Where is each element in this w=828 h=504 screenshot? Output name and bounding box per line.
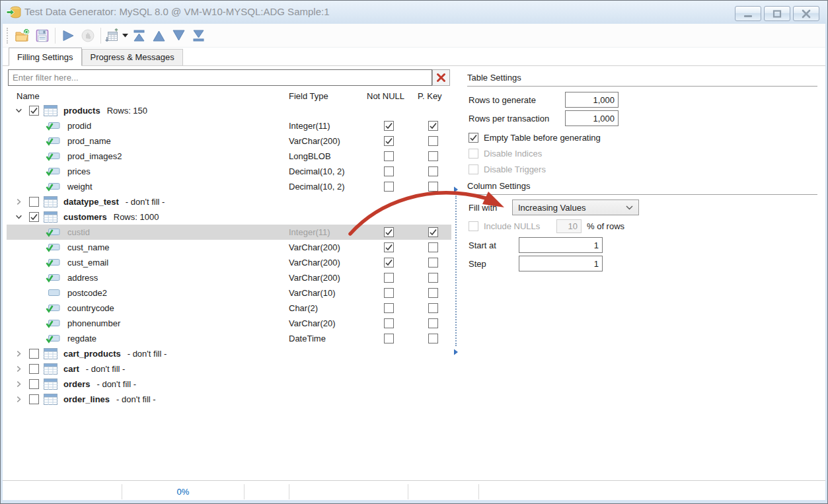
minimize-icon: [743, 9, 753, 18]
tables-panel: Name Field Type Not NULL P. Key products…: [7, 66, 451, 476]
tree-table-row-customers[interactable]: customersRows: 1000: [7, 209, 451, 225]
move-up-button[interactable]: [149, 26, 169, 45]
minimize-button[interactable]: [735, 6, 761, 21]
not-null-checkbox[interactable]: [384, 303, 394, 313]
table-fill-checkbox[interactable]: [29, 379, 39, 389]
p-key-checkbox[interactable]: [428, 136, 438, 146]
not-null-checkbox[interactable]: [384, 121, 394, 131]
tree-table-row-orders[interactable]: orders- don't fill -: [7, 377, 451, 392]
tree-column-row-address[interactable]: addressVarChar(200): [7, 270, 451, 285]
tree-table-row-products[interactable]: productsRows: 150: [7, 103, 451, 118]
not-null-checkbox[interactable]: [384, 242, 394, 252]
expand-icon[interactable]: [15, 350, 22, 357]
maximize-button[interactable]: [764, 6, 790, 21]
rows-per-transaction-input[interactable]: [565, 110, 619, 126]
stop-button[interactable]: [78, 26, 98, 45]
table-note: Rows: 1000: [114, 212, 159, 222]
p-key-checkbox[interactable]: [428, 151, 438, 161]
tree-column-row-phonenumber[interactable]: phonenumberVarChar(20): [7, 316, 451, 331]
table-fill-checkbox[interactable]: [29, 197, 39, 207]
tree-column-row-weight[interactable]: weightDecimal(10, 2): [7, 179, 451, 194]
tree-table-row-cart_products[interactable]: cart_products- don't fill -: [7, 346, 451, 361]
expand-icon[interactable]: [15, 365, 22, 373]
p-key-checkbox[interactable]: [428, 227, 438, 237]
close-button[interactable]: [793, 6, 819, 21]
not-null-checkbox[interactable]: [384, 166, 394, 176]
save-button[interactable]: [32, 26, 52, 45]
not-null-checkbox[interactable]: [384, 334, 394, 343]
p-key-checkbox[interactable]: [428, 334, 438, 343]
include-nulls-percent-input[interactable]: [556, 219, 582, 233]
empty-table-checkbox[interactable]: [469, 133, 478, 143]
run-button[interactable]: [58, 26, 78, 45]
column-field-type: Decimal(10, 2): [289, 182, 345, 192]
tab-filling-settings[interactable]: Filling Settings: [9, 48, 82, 66]
tree-table-row-datatype_test[interactable]: datatype_test- don't fill -: [7, 194, 451, 209]
title-bar: Test Data Generator: MySQL 8.0 @ VM-W10-…: [1, 1, 827, 24]
tree-table-row-order_lines[interactable]: order_lines- don't fill -: [7, 392, 451, 407]
include-nulls-checkbox[interactable]: [469, 221, 478, 231]
p-key-checkbox[interactable]: [428, 258, 438, 268]
p-key-checkbox[interactable]: [428, 318, 438, 328]
table-name: cart_products- don't fill -: [63, 349, 167, 359]
tab-progress-messages[interactable]: Progress & Messages: [82, 49, 183, 66]
tree-column-row-postcode2[interactable]: postcode2VarChar(10): [7, 285, 451, 301]
p-key-checkbox[interactable]: [428, 121, 438, 131]
column-generator-icon: [45, 166, 60, 177]
tree-column-row-prices[interactable]: pricesDecimal(10, 2): [7, 164, 451, 179]
step-input[interactable]: [519, 256, 603, 271]
panel-splitter[interactable]: [453, 185, 459, 357]
disable-triggers-checkbox[interactable]: [469, 164, 478, 174]
table-name: orders- don't fill -: [63, 379, 136, 389]
tree-column-row-countrycode[interactable]: countrycodeChar(2): [7, 301, 451, 316]
not-null-checkbox[interactable]: [384, 288, 394, 298]
table-name: customersRows: 1000: [63, 212, 159, 222]
tree-column-row-prod_name[interactable]: prod_nameVarChar(200): [7, 133, 451, 149]
not-null-checkbox[interactable]: [384, 136, 394, 146]
fill-with-dropdown[interactable]: Increasing Values: [512, 199, 639, 215]
p-key-checkbox[interactable]: [428, 288, 438, 298]
not-null-checkbox[interactable]: [384, 258, 394, 268]
table-fill-checkbox[interactable]: [29, 349, 39, 359]
tree-column-row-cust_name[interactable]: cust_nameVarChar(200): [7, 240, 451, 255]
tree-column-row-prod_images2[interactable]: prod_images2LongBLOB: [7, 149, 451, 164]
not-null-checkbox[interactable]: [384, 182, 394, 192]
expand-icon[interactable]: [15, 396, 22, 403]
window-title: Test Data Generator: MySQL 8.0 @ VM-W10-…: [24, 6, 330, 17]
go-first-button[interactable]: [129, 26, 149, 45]
open-button[interactable]: [13, 26, 32, 45]
disable-indices-checkbox[interactable]: [469, 149, 478, 159]
start-at-input[interactable]: [519, 237, 603, 253]
not-null-checkbox[interactable]: [384, 273, 394, 283]
p-key-checkbox[interactable]: [428, 303, 438, 313]
not-null-checkbox[interactable]: [384, 227, 394, 237]
fill-options-button[interactable]: [104, 26, 129, 45]
expand-icon[interactable]: [15, 198, 22, 205]
table-note: Rows: 150: [107, 106, 147, 116]
table-fill-checkbox[interactable]: [29, 394, 39, 404]
expand-icon[interactable]: [15, 380, 22, 388]
p-key-checkbox[interactable]: [428, 166, 438, 176]
tree-column-row-prodid[interactable]: prodidInteger(11): [7, 118, 451, 133]
collapse-icon[interactable]: [15, 107, 22, 114]
not-null-checkbox[interactable]: [384, 318, 394, 328]
table-icon: [44, 394, 57, 405]
rows-to-generate-input[interactable]: [565, 92, 619, 108]
move-up-icon: [152, 30, 166, 42]
table-fill-checkbox[interactable]: [29, 212, 39, 222]
p-key-checkbox[interactable]: [428, 182, 438, 192]
toolbar-grip[interactable]: [7, 28, 9, 44]
tree-column-row-custid[interactable]: custidInteger(11): [7, 225, 451, 240]
p-key-checkbox[interactable]: [428, 273, 438, 283]
tree-table-row-cart[interactable]: cart- don't fill -: [7, 361, 451, 377]
table-fill-checkbox[interactable]: [29, 364, 39, 374]
go-last-button[interactable]: [188, 26, 208, 45]
tree-column-row-regdate[interactable]: regdateDateTime: [7, 331, 451, 346]
p-key-checkbox[interactable]: [428, 242, 438, 252]
table-icon: [44, 196, 57, 207]
collapse-icon[interactable]: [15, 213, 22, 221]
table-fill-checkbox[interactable]: [29, 106, 39, 116]
tree-column-row-cust_email[interactable]: cust_emailVarChar(200): [7, 255, 451, 270]
move-down-button[interactable]: [169, 26, 188, 45]
not-null-checkbox[interactable]: [384, 151, 394, 161]
